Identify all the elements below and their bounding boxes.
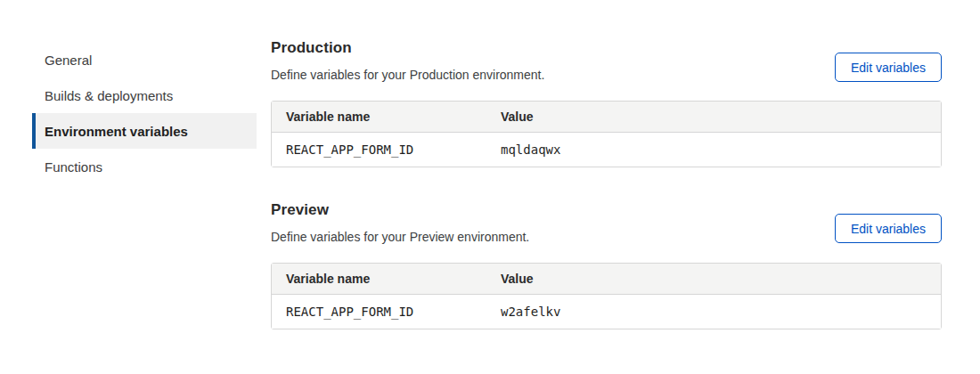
table-row: REACT_APP_FORM_ID w2afelkv [272, 295, 941, 329]
sidebar-item-builds-deployments[interactable]: Builds & deployments [32, 77, 257, 113]
column-header-variable-name: Variable name [272, 264, 486, 295]
column-header-value: Value [486, 102, 941, 133]
production-variables-table: Variable name Value REACT_APP_FORM_ID mq… [271, 101, 942, 167]
sidebar-item-environment-variables[interactable]: Environment variables [32, 113, 257, 149]
sidebar-item-label: Builds & deployments [45, 88, 173, 103]
preview-section: Preview Define variables for your Previe… [271, 201, 942, 329]
sidebar-item-label: Environment variables [45, 124, 188, 139]
sidebar-item-general[interactable]: General [32, 42, 257, 77]
column-header-variable-name: Variable name [272, 102, 486, 133]
settings-page: General Builds & deployments Environment… [0, 0, 980, 374]
environment-variables-content: Production Define variables for your Pro… [271, 0, 980, 374]
variable-name-cell: REACT_APP_FORM_ID [272, 133, 486, 167]
settings-sidebar: General Builds & deployments Environment… [0, 0, 271, 374]
variable-name-cell: REACT_APP_FORM_ID [272, 295, 486, 329]
sidebar-item-label: General [45, 53, 92, 68]
preview-edit-variables-button[interactable]: Edit variables [835, 214, 942, 243]
table-header-row: Variable name Value [272, 102, 941, 133]
variable-value-cell: mqldaqwx [486, 133, 941, 167]
sidebar-item-label: Functions [45, 159, 102, 175]
variable-value-cell: w2afelkv [486, 295, 941, 329]
production-section: Production Define variables for your Pro… [271, 39, 942, 167]
sidebar-item-functions[interactable]: Functions [32, 149, 257, 184]
table-row: REACT_APP_FORM_ID mqldaqwx [272, 133, 941, 167]
table-header-row: Variable name Value [272, 264, 941, 295]
column-header-value: Value [486, 264, 941, 295]
preview-variables-table: Variable name Value REACT_APP_FORM_ID w2… [271, 263, 942, 329]
production-edit-variables-button[interactable]: Edit variables [835, 53, 942, 82]
